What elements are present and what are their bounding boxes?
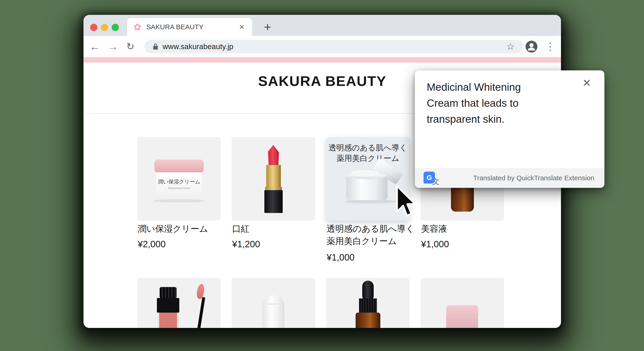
translated-text: Medicinal Whitening Cream that leads to …: [427, 79, 550, 127]
url-text: www.sakurabeauty.jp: [162, 42, 233, 51]
white-tube-seam: [264, 304, 282, 305]
translate-icon: G 文: [424, 172, 440, 185]
tab-close-icon[interactable]: ✕: [238, 22, 246, 32]
traffic-light-close[interactable]: [90, 24, 98, 31]
tab-bar: ✿ SAKURA BEAUTY ✕ +: [84, 15, 561, 36]
whitening-jar-cream: [351, 171, 379, 176]
sakura-favicon-icon: ✿: [134, 22, 141, 31]
forward-button[interactable]: →: [105, 36, 121, 57]
jar-label-jp: 潤い保湿クリーム: [156, 178, 202, 185]
browser-tab[interactable]: ✿ SAKURA BEAUTY ✕: [127, 18, 252, 36]
traffic-light-zoom[interactable]: [112, 24, 119, 31]
jar-label-en: Moisturizing Cream: [156, 187, 202, 189]
product-image-caption-line1: 透明感のある肌へ導く: [326, 143, 410, 153]
popup-attribution: Translated by QuickTranslate Extension: [473, 168, 594, 188]
product-price: ¥1,200: [232, 239, 319, 249]
site-accent-bar: [84, 57, 561, 63]
browser-toolbar: ← → ↻ www.sakurabeauty.jp ☆ ⋮: [84, 36, 561, 57]
product-name[interactable]: 美容液: [421, 223, 511, 235]
tab-title: SAKURA BEAUTY: [146, 23, 238, 31]
profile-avatar-icon[interactable]: [525, 40, 538, 53]
product-card-white-tube[interactable]: [232, 278, 315, 328]
gloss-applicator-tip: [196, 283, 205, 299]
traffic-light-minimize[interactable]: [101, 24, 108, 31]
new-tab-button[interactable]: +: [260, 19, 276, 35]
back-button[interactable]: ←: [87, 36, 103, 57]
white-tube-body: [262, 295, 284, 328]
product-card-moisturizing-cream[interactable]: 潤い保湿クリーム Moisturizing Cream: [137, 137, 221, 221]
lock-icon: [152, 43, 158, 50]
product-price: ¥1,000: [421, 239, 508, 249]
product-image-caption-line2: 薬用美白クリーム: [326, 153, 410, 164]
lipstick-black-base: [264, 190, 283, 213]
desktop-background: ✿ SAKURA BEAUTY ✕ + ← → ↻ www.sakurabeau…: [0, 0, 644, 351]
lipstick-bullet: [268, 145, 279, 166]
bookmark-star-icon[interactable]: ☆: [502, 36, 518, 57]
browser-menu-icon[interactable]: ⋮: [542, 36, 558, 57]
lipstick-gold-casing: [266, 165, 281, 188]
address-bar[interactable]: www.sakurabeauty.jp: [144, 40, 523, 53]
product-name[interactable]: 潤い保湿クリーム: [138, 223, 227, 235]
product-card-pink-cap-bottle[interactable]: [420, 278, 504, 328]
whitening-jar-body: [346, 175, 388, 200]
translation-popup: Medicinal Whitening Cream that leads to …: [415, 70, 604, 188]
cream-jar-lid: [154, 159, 204, 173]
product-name[interactable]: 透明感のある肌へ導く薬用美白クリーム: [326, 223, 416, 247]
popup-close-icon[interactable]: ✕: [581, 76, 592, 90]
gloss-cap: [160, 287, 176, 299]
whitening-jar-shadow: [344, 200, 397, 203]
product-card-lipstick[interactable]: [232, 137, 315, 221]
gloss-collar: [157, 298, 179, 313]
popup-footer: G 文 Translated by QuickTranslate Extensi…: [415, 168, 604, 188]
cream-jar-body: 潤い保湿クリーム Moisturizing Cream: [156, 172, 202, 199]
pink-bottle-cap: [446, 305, 478, 328]
product-card-lip-gloss[interactable]: [137, 278, 221, 328]
dropper-bulb: [362, 281, 374, 299]
translate-icon-char: 文: [432, 177, 440, 187]
dropper-bottle-body: [356, 313, 380, 328]
product-price: ¥2,000: [138, 239, 224, 249]
reload-button[interactable]: ↻: [122, 36, 138, 57]
mouse-cursor-icon: [392, 184, 416, 218]
gloss-tube: [157, 313, 179, 328]
jar-shadow: [153, 199, 205, 202]
product-card-dropper-bottle[interactable]: [326, 278, 410, 328]
product-name[interactable]: 口紅: [232, 223, 322, 235]
dropper-collar: [359, 299, 377, 313]
gloss-applicator-stick: [197, 297, 205, 328]
product-price: ¥1,000: [326, 252, 414, 263]
